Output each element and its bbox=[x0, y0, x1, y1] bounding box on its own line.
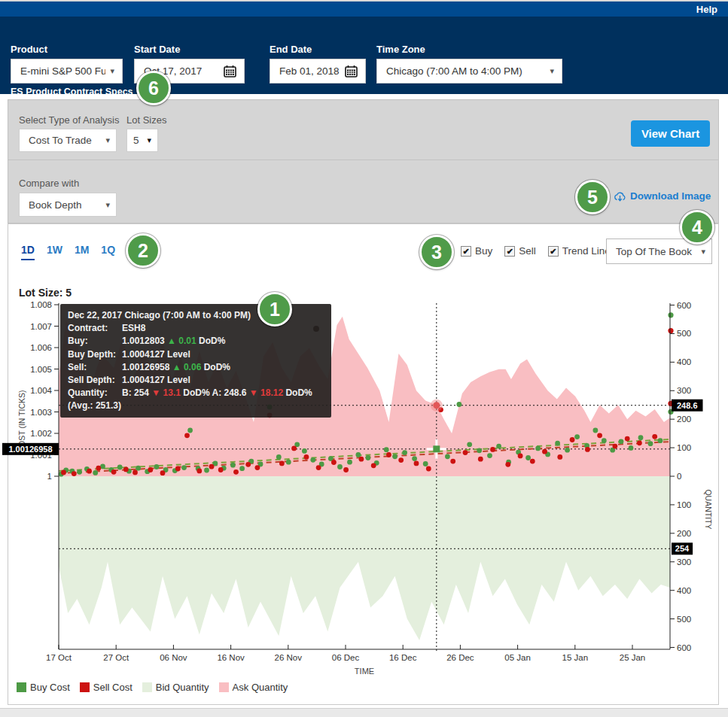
legend-swatch bbox=[219, 682, 229, 692]
product-label: Product bbox=[11, 44, 47, 55]
legend-swatch bbox=[80, 682, 90, 692]
product-select[interactable]: E-mini S&P 500 Fu ▾ bbox=[11, 59, 123, 84]
step-badge-5: 5 bbox=[575, 180, 610, 214]
time-zone-label: Time Zone bbox=[376, 44, 425, 55]
analysis-type-select[interactable]: Cost To Trade ▾ bbox=[19, 129, 117, 152]
sell-checkbox-label: Sell bbox=[519, 245, 536, 257]
tooltip-row-label: Quantity: bbox=[68, 387, 122, 400]
tooltip-segment: ▼ 18.12 bbox=[249, 387, 283, 398]
step-badge-4: 4 bbox=[680, 210, 714, 245]
lot-size-label: Lot Size: 5 bbox=[19, 287, 72, 299]
book-level-value: Top Of The Book bbox=[616, 246, 696, 257]
compare-with-label: Compare with bbox=[19, 178, 79, 189]
tab-1m[interactable]: 1M bbox=[75, 244, 89, 260]
chevron-down-icon: ▾ bbox=[105, 200, 110, 210]
lot-sizes-value: 5 bbox=[133, 135, 142, 146]
tooltip-segment: DoD% A: 248.6 bbox=[181, 387, 249, 398]
download-image-link[interactable]: Download Image bbox=[614, 190, 711, 202]
download-image-label: Download Image bbox=[630, 190, 711, 202]
product-value: E-mini S&P 500 Fu bbox=[20, 65, 105, 77]
step-badge-3: 3 bbox=[419, 235, 454, 269]
time-zone-select[interactable]: Chicago (7:00 AM to 4:00 PM) ▾ bbox=[376, 59, 562, 84]
start-date-label: Start Date bbox=[134, 44, 180, 55]
tooltip-segment: 1.0012803 bbox=[122, 336, 167, 346]
top-navbar: Help bbox=[0, 0, 728, 17]
chevron-down-icon: ▾ bbox=[105, 135, 110, 145]
tooltip-row: Contract:ESH8 bbox=[68, 322, 324, 335]
tooltip-row: Sell:1.00126958 ▲ 0.06 DoD% bbox=[68, 361, 324, 374]
tooltip-row-label: Contract: bbox=[68, 322, 122, 335]
legend-label: Bid Quantity bbox=[156, 682, 209, 693]
lot-sizes-label: Lot Sizes bbox=[126, 114, 166, 126]
tooltip-row: Buy Depth:1.0004127 Level bbox=[68, 348, 324, 361]
product-contract-specs-link[interactable]: ES Product Contract Specs bbox=[11, 87, 133, 97]
query-header: Product Start Date End Date Time Zone E-… bbox=[0, 17, 728, 94]
tooltip-row-label: Sell: bbox=[68, 361, 122, 374]
calendar-icon[interactable] bbox=[224, 65, 236, 77]
page: Help Product Start Date End Date Time Zo… bbox=[0, 0, 728, 717]
chart-card bbox=[8, 223, 719, 705]
step-badge-1: 1 bbox=[257, 292, 292, 327]
compare-with-value: Book Depth bbox=[29, 199, 101, 211]
legend-item-sell-cost[interactable]: Sell Cost bbox=[80, 682, 133, 693]
tab-1w[interactable]: 1W bbox=[47, 244, 62, 260]
tooltip-segment: ▲ 0.01 bbox=[167, 336, 196, 346]
tooltip-row: Sell Depth:1.0004127 Level bbox=[68, 374, 324, 387]
calendar-icon[interactable] bbox=[345, 65, 358, 77]
analysis-type-label: Select Type of Analysis bbox=[19, 114, 119, 126]
legend-item-bid-quantity[interactable]: Bid Quantity bbox=[142, 682, 209, 693]
analysis-type-value: Cost To Trade bbox=[29, 135, 101, 146]
tooltip-segment: ▼ 13.1 bbox=[151, 387, 181, 398]
buy-checkbox[interactable]: ✔ Buy bbox=[461, 245, 492, 257]
legend-swatch bbox=[17, 682, 26, 692]
checkmark-icon: ✔ bbox=[548, 246, 559, 257]
chevron-down-icon: ▾ bbox=[110, 66, 114, 76]
checkmark-icon: ✔ bbox=[504, 246, 515, 257]
chevron-down-icon: ▾ bbox=[701, 247, 705, 257]
page-footer-strip bbox=[0, 708, 728, 717]
legend-item-ask-quantity[interactable]: Ask Quantity bbox=[219, 682, 288, 693]
tooltip-segment: 1.0004127 Level bbox=[122, 349, 190, 360]
chevron-down-icon: ▾ bbox=[550, 66, 554, 76]
end-date-value: Feb 01, 2018 bbox=[279, 65, 345, 77]
tooltip-row-label: Buy Depth: bbox=[68, 348, 122, 361]
legend-label: Ask Quantity bbox=[233, 682, 288, 693]
tooltip-row: Buy:1.0012803 ▲ 0.01 DoD% bbox=[68, 335, 324, 348]
step-badge-6: 6 bbox=[136, 71, 171, 105]
legend-label: Buy Cost bbox=[30, 682, 70, 693]
help-link[interactable]: Help bbox=[696, 4, 717, 15]
time-zone-value: Chicago (7:00 AM to 4:00 PM) bbox=[386, 65, 545, 77]
tab-1d[interactable]: 1D bbox=[21, 244, 35, 260]
tooltip-segment: 1.00126958 bbox=[122, 362, 172, 372]
compare-with-select[interactable]: Book Depth ▾ bbox=[19, 193, 117, 217]
cloud-download-icon bbox=[614, 191, 626, 202]
chevron-down-icon: ▾ bbox=[147, 135, 151, 145]
tooltip-segment: B: 254 bbox=[122, 387, 151, 398]
tooltip-segment: ESH8 bbox=[122, 323, 145, 333]
sell-checkbox[interactable]: ✔ Sell bbox=[504, 245, 536, 257]
end-date-label: End Date bbox=[270, 44, 312, 55]
lot-sizes-select[interactable]: 5 ▾ bbox=[126, 129, 158, 152]
legend-swatch bbox=[142, 682, 152, 692]
tooltip-row: Quantity:B: 254 ▼ 13.1 DoD% A: 248.6 ▼ 1… bbox=[68, 387, 324, 412]
checkmark-icon: ✔ bbox=[461, 246, 471, 257]
legend-item-buy-cost[interactable]: Buy Cost bbox=[17, 682, 70, 693]
tooltip-segment: ▲ 0.06 bbox=[172, 362, 202, 372]
range-tabs: 1D 1W 1M 1Q 1Y bbox=[21, 244, 140, 260]
tooltip-row-label: Sell Depth: bbox=[68, 374, 122, 387]
view-chart-button[interactable]: View Chart bbox=[631, 120, 710, 147]
tooltip-segment: DoD% bbox=[201, 362, 230, 372]
step-badge-2: 2 bbox=[126, 233, 160, 268]
tooltip-segment: DoD% bbox=[196, 336, 226, 346]
buy-checkbox-label: Buy bbox=[475, 245, 492, 257]
tooltip-segment: 1.0004127 Level bbox=[122, 375, 190, 385]
chart-legend: Buy CostSell CostBid QuantityAsk Quantit… bbox=[17, 682, 288, 693]
end-date-input[interactable]: Feb 01, 2018 bbox=[270, 59, 366, 84]
tooltip-row-label: Buy: bbox=[68, 335, 122, 348]
series-toggles: ✔ Buy ✔ Sell ✔ Trend Lines bbox=[461, 245, 616, 257]
tab-1q[interactable]: 1Q bbox=[101, 244, 115, 260]
legend-label: Sell Cost bbox=[93, 682, 133, 693]
chart-tooltip: Dec 22, 2017 Chicago (7:00 AM to 4:00 PM… bbox=[60, 304, 331, 418]
